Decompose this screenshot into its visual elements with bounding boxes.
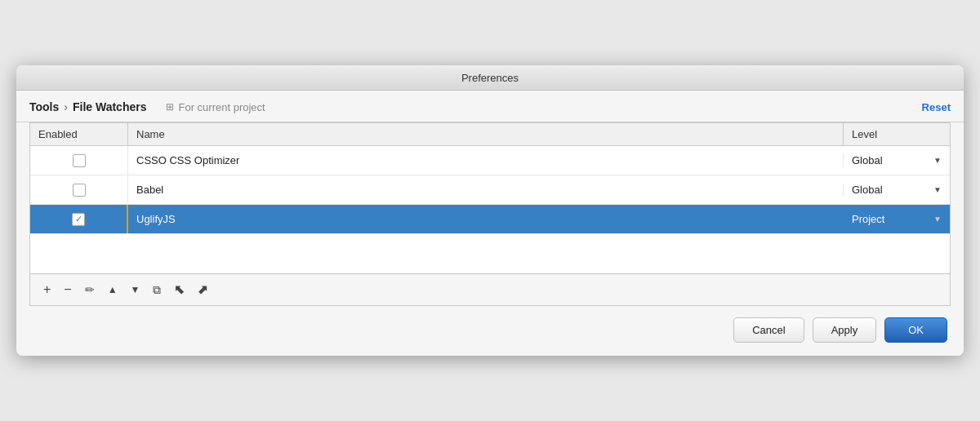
header: Tools › File Watchers ⊞ For current proj… [16, 91, 964, 122]
add-icon: + [43, 282, 51, 297]
checkbox-1[interactable] [73, 154, 86, 167]
move-up-button[interactable]: ▲ [105, 282, 121, 297]
add-button[interactable]: + [40, 281, 54, 299]
preferences-dialog: Preferences Tools › File Watchers ⊞ For … [16, 65, 964, 356]
table-row[interactable]: CSSO CSS Optimizer Global ▼ [30, 146, 950, 175]
breadcrumb-file-watchers: File Watchers [73, 100, 147, 113]
col-enabled-1 [30, 146, 128, 175]
level-text-1: Global [852, 154, 883, 166]
table-body: CSSO CSS Optimizer Global ▼ Babel Global… [30, 146, 950, 273]
col-level-2: Global ▼ [844, 184, 950, 196]
col-name-header: Name [128, 123, 844, 145]
breadcrumb-separator: › [64, 100, 68, 113]
table-row[interactable]: Babel Global ▼ [30, 175, 950, 205]
project-icon: ⊞ [166, 101, 174, 113]
toolbar: + − ✏ ▲ ▼ ⧉ ⬉ ⬈ [29, 274, 951, 306]
col-name-2: Babel [128, 184, 844, 196]
level-text-3: Project [852, 213, 884, 225]
level-text-2: Global [852, 184, 883, 196]
empty-row [30, 234, 950, 273]
for-current-project: ⊞ For current project [166, 101, 265, 113]
breadcrumb: Tools › File Watchers [29, 100, 146, 113]
title-bar: Preferences [16, 65, 964, 91]
ok-button[interactable]: OK [884, 317, 947, 343]
edit-icon: ✏ [85, 283, 95, 296]
copy-icon: ⧉ [153, 283, 161, 297]
collapse-icon: ⬉ [174, 282, 185, 297]
edit-button[interactable]: ✏ [82, 281, 98, 298]
table-row[interactable]: UglifyJS Project ▼ [30, 205, 950, 234]
col-name-1: CSSO CSS Optimizer [128, 154, 844, 166]
copy-button[interactable]: ⧉ [149, 281, 164, 299]
col-enabled-3 [30, 205, 128, 233]
table-header: Enabled Name Level [30, 123, 950, 146]
dialog-title: Preferences [461, 72, 519, 84]
col-enabled-2 [30, 175, 128, 204]
up-icon: ▲ [108, 284, 118, 295]
remove-icon: − [64, 282, 71, 297]
level-dropdown-2[interactable]: ▼ [933, 185, 942, 194]
level-dropdown-3[interactable]: ▼ [933, 215, 942, 224]
file-watchers-table: Enabled Name Level CSSO CSS Optimizer Gl… [29, 122, 951, 274]
remove-button[interactable]: − [60, 281, 74, 299]
breadcrumb-tools: Tools [29, 100, 59, 113]
cancel-button[interactable]: Cancel [733, 317, 804, 343]
reset-button[interactable]: Reset [922, 101, 951, 113]
col-level-1: Global ▼ [844, 154, 950, 166]
apply-button[interactable]: Apply [813, 317, 877, 343]
col-enabled-header: Enabled [30, 123, 128, 145]
collapse-button[interactable]: ⬉ [171, 281, 188, 299]
move-down-button[interactable]: ▼ [127, 282, 144, 297]
col-level-header: Level [844, 123, 950, 145]
checkbox-2[interactable] [73, 184, 86, 197]
footer: Cancel Apply OK [16, 306, 964, 356]
expand-icon: ⬈ [198, 282, 208, 297]
for-current-project-label: For current project [178, 101, 265, 113]
col-level-3: Project ▼ [844, 213, 950, 225]
down-icon: ▼ [131, 284, 140, 295]
level-dropdown-1[interactable]: ▼ [933, 156, 942, 165]
expand-button[interactable]: ⬈ [194, 281, 212, 299]
col-name-3: UglifyJS [128, 213, 844, 225]
checkbox-3[interactable] [72, 213, 85, 226]
